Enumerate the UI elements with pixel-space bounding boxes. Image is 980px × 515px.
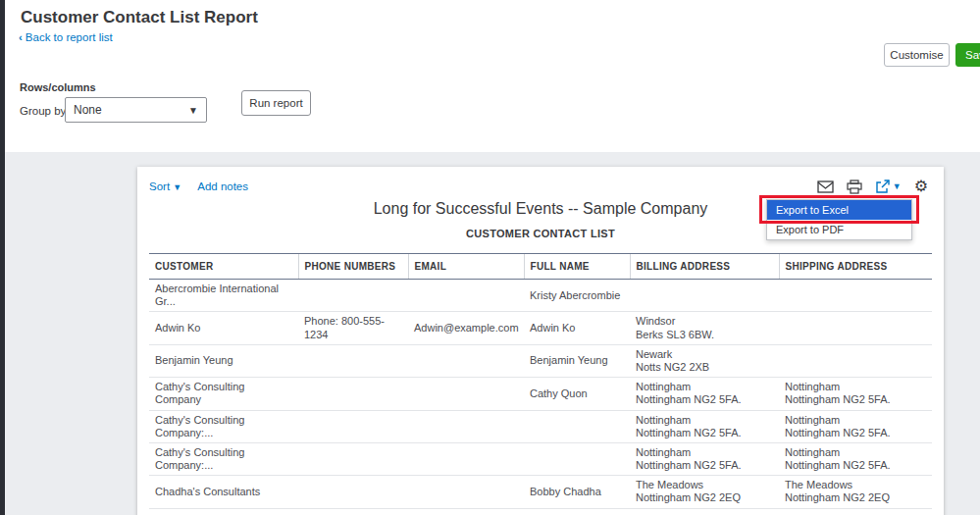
report-table-body: Abercrombie International Gr...Kristy Ab… bbox=[149, 280, 932, 509]
table-cell: Abercrombie International Gr... bbox=[149, 280, 298, 312]
run-report-button[interactable]: Run report bbox=[241, 90, 311, 116]
print-icon[interactable] bbox=[847, 180, 862, 194]
column-header: FULL NAME bbox=[524, 254, 630, 280]
table-row: Cathy's Consulting CompanyCathy QuonNott… bbox=[149, 378, 932, 410]
table-cell bbox=[408, 344, 524, 377]
group-by-select[interactable]: None ▼ bbox=[65, 97, 207, 123]
table-cell: Nottingham Nottingham NG2 5FA. bbox=[630, 378, 779, 410]
chevron-left-icon: ‹ bbox=[19, 31, 23, 43]
export-icon[interactable]: ▼ bbox=[875, 180, 902, 194]
table-row: Chadha's ConsultantsBobby ChadhaThe Mead… bbox=[149, 476, 932, 508]
table-cell: Nottingham Nottingham NG2 5FA. bbox=[630, 442, 779, 475]
table-row: Cathy's Consulting Company:...Nottingham… bbox=[149, 410, 932, 442]
table-cell bbox=[298, 378, 408, 410]
table-cell bbox=[524, 442, 630, 475]
save-customisation-button[interactable]: Save customisation bbox=[955, 43, 980, 67]
settings-gear-icon[interactable]: ⚙ bbox=[914, 179, 928, 194]
table-cell: Cathy Quon bbox=[524, 378, 630, 410]
table-cell: Nottingham Nottingham NG2 5FA. bbox=[779, 378, 932, 410]
table-row: Abercrombie International Gr...Kristy Ab… bbox=[149, 280, 932, 312]
column-header: BILLING ADDRESS bbox=[630, 254, 779, 280]
table-cell: Benjamin Yeung bbox=[524, 344, 630, 377]
table-cell bbox=[408, 476, 524, 508]
table-cell bbox=[779, 280, 932, 312]
table-row: Adwin KoPhone: 800-555-1234Adwin@example… bbox=[149, 312, 932, 344]
table-cell: Nottingham Nottingham NG2 5FA. bbox=[779, 442, 932, 475]
page-title: Customer Contact List Report bbox=[21, 8, 258, 27]
table-cell: Benjamin Yeung bbox=[149, 344, 298, 377]
group-by-label: Group by bbox=[20, 105, 66, 117]
export-menu: Export to ExcelExport to PDF bbox=[766, 199, 912, 240]
table-cell bbox=[298, 476, 408, 508]
table-cell bbox=[298, 410, 408, 442]
report-card: Sort ▼ Add notes ▼ ⚙ Export to ExcelExpo… bbox=[137, 167, 944, 515]
table-cell: Kristy Abercrombie bbox=[524, 280, 630, 312]
table-cell bbox=[779, 312, 932, 344]
table-cell: Adwin Ko bbox=[524, 312, 630, 344]
table-cell bbox=[408, 442, 524, 475]
report-table-head-row: CUSTOMERPHONE NUMBERSEMAILFULL NAMEBILLI… bbox=[149, 254, 932, 280]
table-cell bbox=[408, 378, 524, 410]
chevron-down-icon: ▼ bbox=[188, 105, 198, 116]
report-toolbar: Sort ▼ Add notes ▼ ⚙ bbox=[149, 177, 928, 196]
table-cell: The Meadows Nottingham NG2 2EQ bbox=[779, 476, 932, 508]
table-cell bbox=[298, 442, 408, 475]
column-header: CUSTOMER bbox=[149, 254, 298, 280]
table-cell bbox=[408, 410, 524, 442]
table-cell: Nottingham Nottingham NG2 5FA. bbox=[779, 410, 932, 442]
column-header: SHIPPING ADDRESS bbox=[779, 254, 932, 280]
back-to-report-list-link[interactable]: ‹Back to report list bbox=[19, 31, 113, 43]
column-header: PHONE NUMBERS bbox=[298, 254, 408, 280]
customer-contact-table: CUSTOMERPHONE NUMBERSEMAILFULL NAMEBILLI… bbox=[149, 253, 932, 509]
rows-columns-label: Rows/columns bbox=[20, 81, 96, 93]
table-cell: The Meadows Nottingham NG2 2EQ bbox=[630, 476, 779, 508]
report-work-area: Sort ▼ Add notes ▼ ⚙ Export to ExcelExpo… bbox=[0, 152, 980, 515]
column-header: EMAIL bbox=[408, 254, 524, 280]
sort-dropdown[interactable]: Sort ▼ bbox=[149, 180, 181, 192]
export-menu-item[interactable]: Export to Excel bbox=[767, 200, 911, 220]
table-cell bbox=[630, 280, 779, 312]
chevron-down-icon: ▼ bbox=[173, 182, 181, 192]
table-cell bbox=[298, 280, 408, 312]
table-cell: Nottingham Nottingham NG2 5FA. bbox=[630, 410, 779, 442]
table-cell: Cathy's Consulting Company:... bbox=[149, 442, 298, 475]
table-cell: Cathy's Consulting Company bbox=[149, 378, 298, 410]
left-edge-strip bbox=[0, 0, 5, 515]
table-cell bbox=[779, 344, 932, 377]
export-menu-item[interactable]: Export to PDF bbox=[767, 220, 911, 239]
table-cell: Adwin@example.com bbox=[408, 312, 524, 344]
email-icon[interactable] bbox=[817, 180, 834, 193]
table-cell: Phone: 800-555-1234 bbox=[298, 312, 408, 344]
table-row: Cathy's Consulting Company:...Nottingham… bbox=[149, 442, 932, 475]
add-notes-link[interactable]: Add notes bbox=[197, 180, 248, 192]
customise-button[interactable]: Customise bbox=[884, 43, 950, 67]
table-cell: Chadha's Consultants bbox=[149, 476, 298, 508]
table-cell bbox=[408, 280, 524, 312]
table-cell bbox=[524, 410, 630, 442]
table-row: Benjamin YeungBenjamin YeungNewark Notts… bbox=[149, 344, 932, 377]
table-cell bbox=[298, 344, 408, 377]
table-cell: Adwin Ko bbox=[149, 312, 298, 344]
back-link-label: Back to report list bbox=[26, 31, 113, 43]
group-by-value: None bbox=[74, 103, 102, 117]
table-cell: Bobby Chadha bbox=[524, 476, 630, 508]
table-cell: Windsor Berks SL3 6BW. bbox=[630, 312, 779, 344]
table-cell: Cathy's Consulting Company:... bbox=[149, 410, 298, 442]
table-cell: Newark Notts NG2 2XB bbox=[630, 344, 779, 377]
